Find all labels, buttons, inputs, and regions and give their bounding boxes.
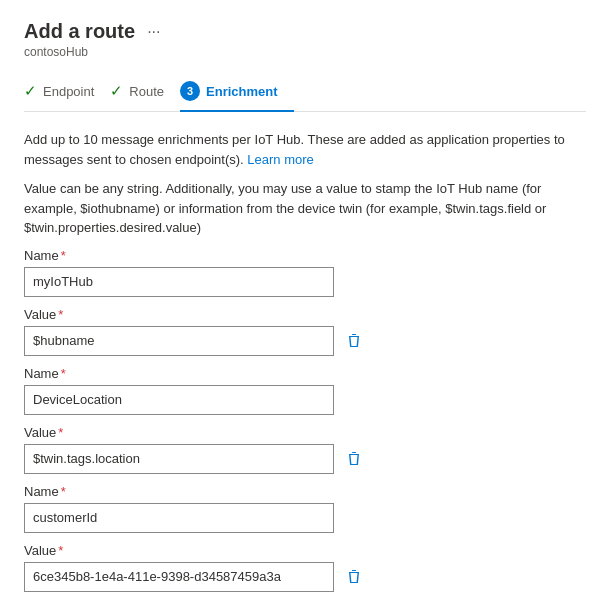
enrichment-value-group-2: Value* <box>24 425 586 474</box>
trash-icon-3 <box>346 569 362 585</box>
name-input-3[interactable] <box>24 503 334 533</box>
page-title: Add a route <box>24 20 135 43</box>
steps-nav: ✓ Endpoint ✓ Route 3 Enrichment <box>24 73 586 112</box>
delete-button-2[interactable] <box>342 447 366 471</box>
name-input-2[interactable] <box>24 385 334 415</box>
value-input-2[interactable] <box>24 444 334 474</box>
description-1: Add up to 10 message enrichments per IoT… <box>24 130 586 169</box>
name-label-2: Name* <box>24 366 586 381</box>
enrichment-badge: 3 <box>180 81 200 101</box>
step-endpoint-label: Endpoint <box>43 84 94 99</box>
step-enrichment-label: Enrichment <box>206 84 278 99</box>
step-enrichment[interactable]: 3 Enrichment <box>180 73 294 111</box>
enrichment-field-group-1: Name* <box>24 248 586 297</box>
value-label-2: Value* <box>24 425 586 440</box>
subtitle: contosoHub <box>24 45 586 59</box>
step-route-label: Route <box>129 84 164 99</box>
value-input-3[interactable] <box>24 562 334 592</box>
step-route[interactable]: ✓ Route <box>110 74 180 110</box>
enrichment-field-group-2: Name* <box>24 366 586 415</box>
ellipsis-button[interactable]: ··· <box>143 21 164 43</box>
enrichment-value-group-1: Value* <box>24 307 586 356</box>
name-label-1: Name* <box>24 248 586 263</box>
value-label-3: Value* <box>24 543 586 558</box>
delete-button-3[interactable] <box>342 565 366 589</box>
enrichment-value-group-3: Value* <box>24 543 586 592</box>
name-label-3: Name* <box>24 484 586 499</box>
learn-more-link[interactable]: Learn more <box>247 152 313 167</box>
trash-icon-2 <box>346 451 362 467</box>
delete-button-1[interactable] <box>342 329 366 353</box>
description-2: Value can be any string. Additionally, y… <box>24 179 586 238</box>
trash-icon-1 <box>346 333 362 349</box>
step-endpoint[interactable]: ✓ Endpoint <box>24 74 110 110</box>
enrichment-field-group-3: Name* <box>24 484 586 533</box>
name-input-1[interactable] <box>24 267 334 297</box>
endpoint-check-icon: ✓ <box>24 82 37 100</box>
value-label-1: Value* <box>24 307 586 322</box>
value-input-1[interactable] <box>24 326 334 356</box>
route-check-icon: ✓ <box>110 82 123 100</box>
